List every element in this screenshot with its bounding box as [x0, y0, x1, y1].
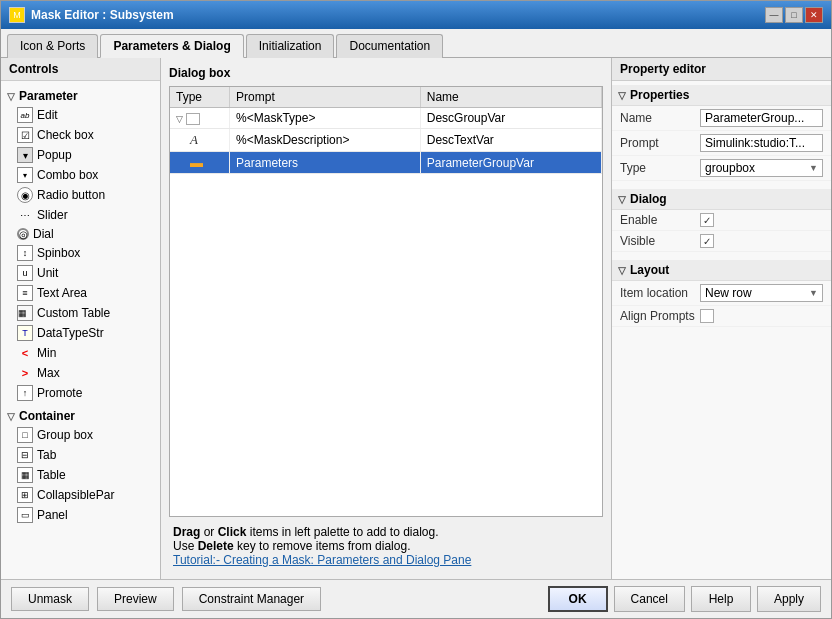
control-spinbox[interactable]: ↕ Spinbox: [1, 243, 160, 263]
prop-enable-checkbox[interactable]: ✓: [700, 213, 714, 227]
properties-toggle-icon: ▽: [618, 90, 626, 101]
prop-type-dropdown[interactable]: groupbox ▼: [700, 159, 823, 177]
prop-item-location-dropdown[interactable]: New row ▼: [700, 284, 823, 302]
control-promote[interactable]: ↑ Promote: [1, 383, 160, 403]
prop-name-row: Name ParameterGroup...: [612, 106, 831, 131]
or-text: or: [204, 525, 218, 539]
dialog-section-label: Dialog: [630, 192, 667, 206]
control-tab-label: Tab: [37, 448, 56, 462]
control-textarea-label: Text Area: [37, 286, 87, 300]
controls-header: Controls: [1, 58, 160, 81]
tutorial-link[interactable]: Tutorial:- Creating a Mask: Parameters a…: [173, 553, 471, 567]
parameter-section-header[interactable]: ▽ Parameter: [1, 87, 160, 105]
minimize-button[interactable]: —: [765, 7, 783, 23]
tab-documentation[interactable]: Documentation: [336, 34, 443, 58]
expand-icon: ▽: [176, 114, 183, 124]
prop-name-label: Name: [620, 111, 700, 125]
bottom-left-buttons: Unmask Preview Constraint Manager: [11, 587, 321, 611]
slider-icon: ⋯: [17, 207, 33, 223]
tab-parameters-dialog[interactable]: Parameters & Dialog: [100, 34, 243, 58]
prop-visible-checkbox[interactable]: ✓: [700, 234, 714, 248]
apply-button[interactable]: Apply: [757, 586, 821, 612]
control-table[interactable]: ▦ Table: [1, 465, 160, 485]
edit-icon: ab: [17, 107, 33, 123]
popup-icon: ▾: [17, 147, 33, 163]
dialog-box-header: Dialog box: [169, 66, 603, 80]
control-edit-label: Edit: [37, 108, 58, 122]
control-edit[interactable]: ab Edit: [1, 105, 160, 125]
custom-table-icon: ▦: [17, 305, 33, 321]
prop-prompt-row: Prompt Simulink:studio:T...: [612, 131, 831, 156]
control-groupbox-label: Group box: [37, 428, 93, 442]
window-icon: M: [9, 7, 25, 23]
control-custom-table[interactable]: ▦ Custom Table: [1, 303, 160, 323]
control-tab[interactable]: ⊟ Tab: [1, 445, 160, 465]
prop-name-value[interactable]: ParameterGroup...: [700, 109, 823, 127]
control-radio[interactable]: ◉ Radio button: [1, 185, 160, 205]
control-groupbox[interactable]: □ Group box: [1, 425, 160, 445]
ok-button[interactable]: OK: [548, 586, 608, 612]
properties-section-header[interactable]: ▽ Properties: [612, 85, 831, 106]
dial-icon: ◎: [17, 228, 29, 240]
preview-button[interactable]: Preview: [97, 587, 174, 611]
control-max[interactable]: > Max: [1, 363, 160, 383]
control-max-label: Max: [37, 366, 60, 380]
enable-checkmark: ✓: [703, 215, 711, 226]
constraint-manager-button[interactable]: Constraint Manager: [182, 587, 321, 611]
table-row[interactable]: ▬ Parameters ParameterGroupVar: [170, 152, 602, 174]
prop-item-location-label: Item location: [620, 286, 700, 300]
table-row[interactable]: A %<MaskDescription> DescTextVar: [170, 129, 602, 152]
control-panel[interactable]: ▭ Panel: [1, 505, 160, 525]
parameter-section-label: Parameter: [19, 89, 78, 103]
hint-line1: Drag or Click items in left palette to a…: [173, 525, 599, 539]
prop-type-row: Type groupbox ▼: [612, 156, 831, 181]
prop-type-dropdown-arrow: ▼: [809, 163, 818, 173]
spinbox-icon: ↕: [17, 245, 33, 261]
layout-section-header[interactable]: ▽ Layout: [612, 260, 831, 281]
tab-initialization[interactable]: Initialization: [246, 34, 335, 58]
unmask-button[interactable]: Unmask: [11, 587, 89, 611]
dialog-toggle-icon: ▽: [618, 194, 626, 205]
parameter-section: ▽ Parameter ab Edit ☑ Check box ▾ Popup: [1, 85, 160, 405]
main-window: M Mask Editor : Subsystem — □ ✕ Icon & P…: [0, 0, 832, 619]
container-section-header[interactable]: ▽ Container: [1, 407, 160, 425]
help-button[interactable]: Help: [691, 586, 751, 612]
control-textarea[interactable]: ≡ Text Area: [1, 283, 160, 303]
parameter-toggle-icon: ▽: [7, 91, 15, 102]
control-unit[interactable]: u Unit: [1, 263, 160, 283]
control-panel-label: Panel: [37, 508, 68, 522]
cancel-button[interactable]: Cancel: [614, 586, 685, 612]
control-slider[interactable]: ⋯ Slider: [1, 205, 160, 225]
col-prompt: Prompt: [230, 87, 421, 108]
groupbox-icon: □: [17, 427, 33, 443]
control-popup-label: Popup: [37, 148, 72, 162]
row2-name: DescTextVar: [420, 129, 601, 152]
prop-align-prompts-checkbox[interactable]: [700, 309, 714, 323]
table-header-row: Type Prompt Name: [170, 87, 602, 108]
layout-section: ▽ Layout Item location New row ▼ Align P…: [612, 260, 831, 327]
dialog-table[interactable]: Type Prompt Name ▽: [169, 86, 603, 517]
control-checkbox[interactable]: ☑ Check box: [1, 125, 160, 145]
col-type: Type: [170, 87, 230, 108]
row2-type: A: [170, 129, 230, 152]
control-popup[interactable]: ▾ Popup: [1, 145, 160, 165]
radio-icon: ◉: [17, 187, 33, 203]
groupbox-row-icon: [186, 113, 200, 125]
hint-line2: Use Delete key to remove items from dial…: [173, 539, 599, 553]
control-collapsible[interactable]: ⊞ CollapsiblePar: [1, 485, 160, 505]
control-combobox[interactable]: ▾ Combo box: [1, 165, 160, 185]
control-min[interactable]: < Min: [1, 343, 160, 363]
table-row[interactable]: ▽ %<MaskType> DescGroupVar: [170, 108, 602, 129]
control-datatype[interactable]: T DataTypeStr: [1, 323, 160, 343]
item-location-dropdown-arrow: ▼: [809, 288, 818, 298]
maximize-button[interactable]: □: [785, 7, 803, 23]
dialog-section-header[interactable]: ▽ Dialog: [612, 189, 831, 210]
tab-bar: Icon & Ports Parameters & Dialog Initial…: [1, 29, 831, 58]
close-button[interactable]: ✕: [805, 7, 823, 23]
row3-name: ParameterGroupVar: [420, 152, 601, 174]
prop-prompt-value[interactable]: Simulink:studio:T...: [700, 134, 823, 152]
row3-prompt: Parameters: [230, 152, 421, 174]
control-dial[interactable]: ◎ Dial: [1, 225, 160, 243]
tab-icon-ports[interactable]: Icon & Ports: [7, 34, 98, 58]
control-radio-label: Radio button: [37, 188, 105, 202]
